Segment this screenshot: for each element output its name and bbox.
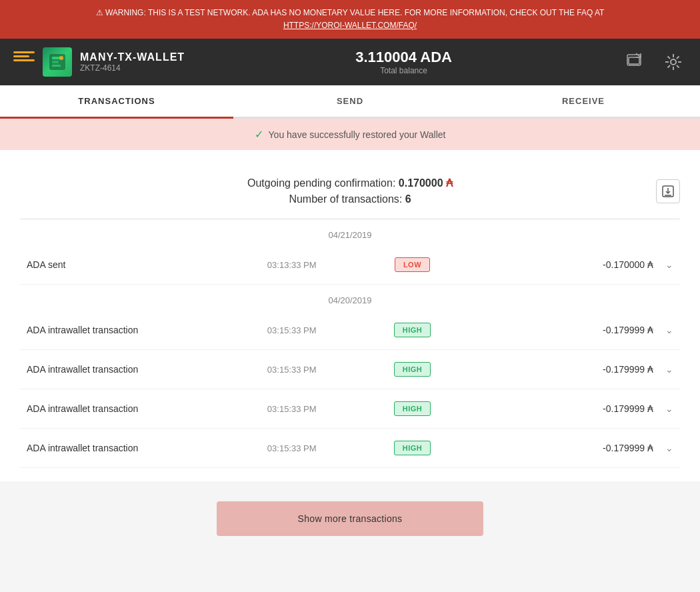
tx-time-3: 03:15:33 PM bbox=[219, 365, 364, 375]
svg-line-15 bbox=[668, 57, 671, 59]
settings-icon bbox=[664, 53, 683, 71]
wallet-name: MANY-TX-WALLET bbox=[80, 51, 185, 63]
table-row: ADA intrawallet transaction 03:15:33 PM … bbox=[20, 311, 680, 350]
chevron-down-icon-5[interactable]: ⌄ bbox=[653, 443, 673, 453]
tx-amount-3: -0.179999 ₳ bbox=[461, 364, 653, 375]
tx-type-1: ADA sent bbox=[27, 259, 219, 270]
badge-low-1: LOW bbox=[395, 257, 430, 272]
tx-badge-wrap-5: HIGH bbox=[364, 441, 461, 455]
main-content: Outgoing pending confirmation: 0.170000 … bbox=[0, 150, 700, 481]
table-row: ADA intrawallet transaction 03:15:33 PM … bbox=[20, 389, 680, 429]
svg-line-16 bbox=[677, 65, 679, 68]
header-right bbox=[623, 49, 687, 75]
header-center: 3.110004 ADA Total balance bbox=[355, 49, 452, 75]
check-icon: ✓ bbox=[255, 128, 263, 141]
table-row: ADA sent 03:13:33 PM LOW -0.170000 ₳ ⌄ bbox=[20, 245, 680, 285]
date-1: 04/21/2019 bbox=[328, 230, 371, 240]
tx-type-3: ADA intrawallet transaction bbox=[27, 364, 219, 375]
tx-time-4: 03:15:33 PM bbox=[219, 404, 364, 414]
tab-send[interactable]: SEND bbox=[233, 85, 467, 119]
logo-line-1 bbox=[13, 51, 35, 53]
success-text: You have successfully restored your Wall… bbox=[269, 129, 446, 140]
warning-text: WARNING: THIS IS A TEST NETWORK. ADA HAS… bbox=[105, 8, 605, 17]
nav-tabs: TRANSACTIONS SEND RECEIVE bbox=[0, 85, 700, 119]
date-section-2: 04/20/2019 bbox=[20, 285, 680, 311]
svg-line-18 bbox=[668, 65, 671, 68]
svg-line-17 bbox=[677, 57, 679, 59]
tx-count-num: 6 bbox=[405, 193, 411, 205]
header-left: MANY-TX-WALLET ZKTZ-4614 bbox=[13, 47, 185, 77]
svg-rect-3 bbox=[52, 65, 61, 67]
badge-high-5: HIGH bbox=[394, 441, 431, 455]
tx-amount-5: -0.179999 ₳ bbox=[461, 443, 653, 453]
tx-type-5: ADA intrawallet transaction bbox=[27, 443, 219, 453]
tab-receive[interactable]: RECEIVE bbox=[467, 85, 700, 119]
tx-badge-wrap-2: HIGH bbox=[364, 323, 461, 337]
table-row: ADA intrawallet transaction 03:15:33 PM … bbox=[20, 429, 680, 468]
send-receive-icon-btn[interactable] bbox=[623, 49, 649, 75]
show-more-wrap: Show more transactions bbox=[0, 481, 700, 556]
tx-badge-wrap-1: LOW bbox=[364, 257, 461, 272]
badge-high-3: HIGH bbox=[394, 362, 431, 377]
badge-high-4: HIGH bbox=[394, 401, 431, 416]
date-2: 04/20/2019 bbox=[328, 295, 371, 305]
export-icon bbox=[662, 185, 674, 197]
pending-amount: 0.170000 ₳ bbox=[399, 177, 453, 189]
pending-label: Outgoing pending confirmation: bbox=[247, 177, 395, 189]
table-row: ADA intrawallet transaction 03:15:33 PM … bbox=[20, 350, 680, 389]
tx-amount-4: -0.179999 ₳ bbox=[461, 403, 653, 414]
chevron-down-icon-2[interactable]: ⌄ bbox=[653, 325, 673, 335]
export-button[interactable] bbox=[656, 179, 680, 203]
balance-amount: 3.110004 ADA bbox=[355, 49, 452, 66]
show-more-button[interactable]: Show more transactions bbox=[217, 501, 483, 536]
ada-symbol-1: ₳ bbox=[446, 177, 453, 189]
settings-icon-btn[interactable] bbox=[660, 49, 687, 75]
wallet-avatar-svg bbox=[48, 53, 67, 71]
header: MANY-TX-WALLET ZKTZ-4614 3.110004 ADA To… bbox=[0, 39, 700, 85]
chevron-down-icon-1[interactable]: ⌄ bbox=[653, 259, 673, 270]
warning-link[interactable]: HTTPS://YOROI-WALLET.COM/FAQ/ bbox=[283, 21, 417, 30]
logo-line-3 bbox=[13, 59, 35, 61]
svg-rect-2 bbox=[52, 61, 59, 63]
tx-amount-1: -0.170000 ₳ bbox=[461, 259, 653, 270]
svg-point-10 bbox=[671, 59, 676, 65]
date-section-1: 04/21/2019 bbox=[20, 219, 680, 245]
svg-rect-6 bbox=[629, 57, 639, 64]
warning-banner: ⚠ WARNING: THIS IS A TEST NETWORK. ADA H… bbox=[0, 0, 700, 39]
success-banner: ✓ You have successfully restored your Wa… bbox=[0, 119, 700, 150]
wallet-id: ZKTZ-4614 bbox=[80, 63, 185, 73]
tx-type-4: ADA intrawallet transaction bbox=[27, 403, 219, 414]
tx-time-5: 03:15:33 PM bbox=[219, 443, 364, 453]
logo-line-2 bbox=[13, 55, 29, 57]
badge-high-2: HIGH bbox=[394, 323, 431, 337]
wallet-info: MANY-TX-WALLET ZKTZ-4614 bbox=[80, 51, 185, 73]
tx-badge-wrap-4: HIGH bbox=[364, 401, 461, 416]
chevron-down-icon-3[interactable]: ⌄ bbox=[653, 364, 673, 375]
pending-section: Outgoing pending confirmation: 0.170000 … bbox=[20, 163, 680, 219]
tx-amount-2: -0.179999 ₳ bbox=[461, 325, 653, 335]
tab-transactions[interactable]: TRANSACTIONS bbox=[0, 85, 233, 119]
logo-icon[interactable] bbox=[13, 51, 35, 73]
tx-badge-wrap-3: HIGH bbox=[364, 362, 461, 377]
balance-label: Total balance bbox=[355, 66, 452, 75]
wallet-avatar bbox=[43, 47, 72, 77]
chevron-down-icon-4[interactable]: ⌄ bbox=[653, 403, 673, 414]
pending-amount-value: 0.170000 bbox=[399, 177, 443, 189]
send-receive-icon bbox=[626, 52, 646, 72]
tx-time-1: 03:13:33 PM bbox=[219, 260, 364, 270]
tx-type-2: ADA intrawallet transaction bbox=[27, 325, 219, 335]
tx-count: Number of transactions: 6 bbox=[20, 193, 680, 205]
pending-text: Outgoing pending confirmation: 0.170000 … bbox=[20, 177, 680, 189]
warning-icon: ⚠ bbox=[96, 8, 103, 17]
tx-time-2: 03:15:33 PM bbox=[219, 325, 364, 335]
svg-point-4 bbox=[59, 56, 63, 60]
tx-count-label: Number of transactions: bbox=[289, 193, 402, 205]
